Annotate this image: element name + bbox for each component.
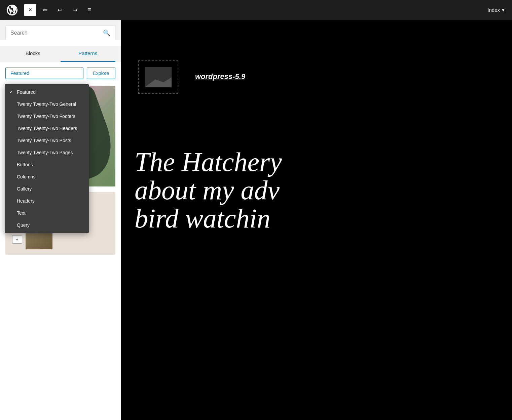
search-box: 🔍 (5, 26, 115, 40)
add-block-button[interactable]: + (12, 235, 22, 244)
edit-button[interactable]: ✏ (39, 4, 51, 16)
topbar-right: Index ▾ (484, 5, 508, 15)
dropdown-item-query[interactable]: Query (5, 219, 89, 231)
category-dropdown-button[interactable]: Featured (5, 68, 83, 79)
close-icon: × (29, 6, 32, 13)
category-dropdown-label: Featured (10, 71, 29, 76)
undo-icon: ↩ (58, 6, 63, 14)
category-dropdown-menu: Featured Twenty Twenty-Two General Twent… (5, 84, 89, 233)
chevron-down-icon: ▾ (502, 7, 505, 13)
index-button[interactable]: Index ▾ (484, 5, 508, 15)
dropdown-item-buttons[interactable]: Buttons (5, 159, 89, 171)
main-layout: 🔍 Blocks Patterns Featured Explore Featu… (0, 20, 512, 420)
list-icon: ≡ (88, 6, 92, 13)
hero-text-line2: about my adv (135, 176, 282, 204)
tabs: Blocks Patterns (0, 46, 121, 62)
dropdown-item-tt2-pages[interactable]: Twenty Twenty-Two Pages (5, 146, 89, 159)
wp-logo (4, 0, 20, 20)
canvas-area[interactable]: wordpress-5.9 The Hatchery about my adv … (121, 20, 512, 420)
dropdown-item-headers[interactable]: Headers (5, 195, 89, 207)
close-button[interactable]: × (24, 4, 36, 16)
search-area: 🔍 (0, 20, 121, 40)
dropdown-item-columns[interactable]: Columns (5, 171, 89, 183)
patterns-row: Featured Explore (0, 62, 121, 83)
index-label: Index (487, 7, 500, 13)
dropdown-item-tt2-posts[interactable]: Twenty Twenty-Two Posts (5, 134, 89, 146)
dropdown-item-gallery[interactable]: Gallery (5, 183, 89, 195)
sidebar: 🔍 Blocks Patterns Featured Explore Featu… (0, 20, 121, 420)
hero-text-line1: The Hatchery (135, 148, 282, 176)
dropdown-item-featured[interactable]: Featured (5, 86, 89, 98)
dropdown-item-tt2-general[interactable]: Twenty Twenty-Two General (5, 98, 89, 110)
edit-icon: ✏ (43, 6, 48, 14)
add-icon: + (16, 237, 19, 242)
dropdown-item-tt2-headers[interactable]: Twenty Twenty-Two Headers (5, 122, 89, 134)
canvas-site-title: wordpress-5.9 (195, 72, 245, 81)
topbar: × ✏ ↩ ↪ ≡ Index ▾ (0, 0, 512, 20)
canvas-image-placeholder (138, 60, 178, 94)
redo-button[interactable]: ↪ (69, 4, 81, 16)
redo-icon: ↪ (72, 6, 77, 14)
explore-label: Explore (93, 71, 109, 76)
search-input[interactable] (10, 30, 100, 36)
dropdown-item-text[interactable]: Text (5, 207, 89, 219)
canvas-image-inner (145, 67, 172, 87)
dropdown-item-tt2-footers[interactable]: Twenty Twenty-Two Footers (5, 110, 89, 122)
wordpress-icon (6, 4, 18, 16)
search-icon[interactable]: 🔍 (103, 29, 110, 37)
list-view-button[interactable]: ≡ (83, 4, 96, 16)
canvas-hero-text: The Hatchery about my adv bird watchin (135, 148, 282, 233)
explore-button[interactable]: Explore (87, 68, 115, 79)
tab-patterns[interactable]: Patterns (61, 46, 116, 62)
tab-blocks[interactable]: Blocks (5, 46, 61, 62)
undo-button[interactable]: ↩ (54, 4, 66, 16)
hero-text-line3: bird watchin (135, 204, 282, 233)
